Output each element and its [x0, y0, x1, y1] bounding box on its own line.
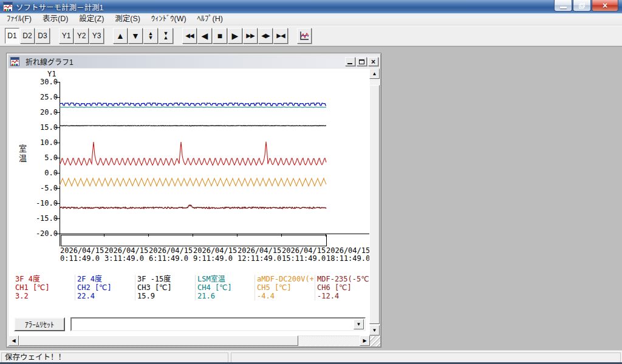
channel-name: 2F 4度 [77, 275, 134, 283]
menu-bar: ﾌｧｲﾙ(F)表示(D)設定(Z)測定(S)ｳｨﾝﾄﾞｳ(W)ﾍﾙﾌﾟ(H) [0, 13, 622, 25]
menu-settings[interactable]: 設定(Z) [73, 13, 109, 25]
alarm-reset-button[interactable]: ｱﾗｰﾑﾘｾｯﾄ [14, 317, 65, 331]
channel-value: 15.9 [137, 292, 194, 300]
x-tick-mark [326, 234, 326, 237]
chevron-down-icon: ▼ [357, 322, 361, 327]
alarm-combobox[interactable]: ▼ [70, 317, 366, 331]
horizontal-scroll-thumb[interactable] [19, 335, 298, 346]
d2-button[interactable]: D2 [20, 28, 35, 44]
y-expand-button[interactable]: ▲▼ [143, 28, 158, 44]
d3-button[interactable]: D3 [35, 28, 50, 44]
graph-settings-button[interactable] [297, 28, 312, 44]
down-arrow-icon: ▼ [372, 328, 377, 333]
right-arrow-icon: ▶ [363, 339, 366, 343]
y-tick-label: 25.0 [29, 93, 58, 101]
toolbar: D1D2D3Y1Y2Y3▲▼▲▼▼▲◀◀◀■▶▶▶◀▶▶◀ [0, 25, 622, 46]
x-tick-time: 0:11:49.0 [60, 255, 104, 263]
d1-button[interactable]: D1 [5, 28, 19, 44]
y-fit-button[interactable]: ▼▲ [159, 28, 173, 44]
resize-grip[interactable] [370, 336, 380, 346]
window-title: ソフトサーモ計測－計測1 [16, 1, 103, 13]
graph-window: 折れ線グラフ1 × Y1 室温 30.025.020.015.010.05.00… [6, 53, 381, 348]
channel-name: MDF-235(-5℃) [317, 275, 370, 283]
y-tick-label: -10.0 [29, 199, 58, 207]
series-line-ch5 [60, 178, 326, 186]
down-arrow-icon: ▼ [131, 32, 140, 40]
maximize-icon [359, 59, 364, 64]
y3-button[interactable]: Y3 [89, 28, 104, 44]
yaxis-group: Y1Y2Y3 [59, 28, 104, 44]
x-tick-label: 2026/04/150:11:49.0 [60, 247, 104, 263]
legend-channel-1: 3F 4度CH1 [℃]3.2 [15, 275, 74, 300]
expand-horizontal-icon: ◀▶ [261, 32, 269, 40]
graph-client-area: Y1 室温 30.025.020.015.010.05.00.0-5.0-10.… [9, 69, 370, 335]
y2-button[interactable]: Y2 [74, 28, 89, 44]
minimize-button[interactable] [554, 0, 572, 12]
graph-minimize-button[interactable] [345, 57, 355, 66]
channel-name: LSM室温 [197, 275, 254, 283]
x-tick-time: 9:11:49.0 [193, 255, 237, 263]
scroll-right-button[interactable]: ▶ [360, 335, 370, 346]
app-icon [3, 2, 13, 12]
menu-help[interactable]: ﾍﾙﾌﾟ(H) [192, 13, 228, 25]
close-button[interactable]: × [592, 0, 618, 12]
pan-up-button[interactable]: ▲ [113, 28, 128, 44]
double-left-arrow-icon: ◀◀ [185, 32, 193, 40]
up-arrow-icon: ▲ [116, 32, 125, 40]
fast-forward-button[interactable]: ▶▶ [243, 28, 258, 44]
y1-button[interactable]: Y1 [59, 28, 73, 44]
x-expand-button[interactable]: ◀▶ [258, 28, 273, 44]
series-line-ch4 [60, 107, 326, 107]
menu-measure[interactable]: 測定(S) [109, 13, 146, 25]
x-tick-mark [148, 234, 149, 237]
title-bar: ソフトサーモ計測－計測1 × [0, 0, 622, 13]
scroll-up-button[interactable]: ▲ [369, 69, 380, 79]
step-right-button[interactable]: ▶ [228, 28, 242, 44]
x-tick-mark [281, 234, 282, 237]
restore-button[interactable] [573, 0, 591, 12]
up-down-arrows-icon: ▼ [148, 36, 154, 40]
y-tick-label: -15.0 [29, 214, 58, 223]
graph-maximize-button[interactable] [357, 57, 367, 66]
restore-icon [579, 3, 585, 8]
channel-value: -4.4 [257, 292, 313, 300]
chart-icon [299, 30, 310, 41]
menu-view[interactable]: 表示(D) [37, 13, 73, 25]
x-tick-time: 12:11:49.0 [238, 255, 281, 263]
scroll-down-button[interactable]: ▼ [369, 325, 380, 335]
combobox-dropdown-button[interactable]: ▼ [354, 319, 364, 329]
x-tick-time: 6:11:49.0 [149, 255, 193, 263]
stop-button[interactable]: ■ [213, 28, 227, 44]
graph-window-icon [10, 57, 19, 66]
vertical-scroll-thumb[interactable] [369, 85, 380, 324]
channel-unit: CH4 [℃] [197, 283, 254, 292]
menu-window[interactable]: ｳｨﾝﾄﾞｳ(W) [146, 13, 192, 25]
series-line-ch2 [60, 103, 326, 106]
scroll-left-button[interactable]: ◀ [9, 335, 19, 346]
x-compress-button[interactable]: ▶◀ [273, 28, 288, 44]
legend-channel-4: LSM室温CH4 [℃]21.6 [195, 275, 254, 300]
x-tick-label: 2026/04/153:11:49.0 [104, 247, 148, 263]
dataset-group: D1D2D3 [5, 28, 50, 44]
x-tick-mark [237, 234, 238, 237]
x-tick-time: 18:11:49.0 [326, 255, 370, 263]
channel-unit: CH5 [℃] [257, 283, 313, 292]
vertical-scrollbar[interactable]: ▲ ▼ [370, 69, 380, 335]
pan-vertical-group: ▲▼▲▼▼▲ [113, 28, 174, 44]
y-tick-label: 30.0 [29, 78, 58, 86]
fast-rewind-button[interactable]: ◀◀ [182, 28, 197, 44]
channel-value: 21.6 [197, 292, 254, 300]
channel-legend: 3F 4度CH1 [℃]3.22F 4度CH2 [℃]22.43F -15度CH… [9, 275, 370, 302]
horizontal-scrollbar[interactable]: ◀ ▶ [9, 336, 370, 346]
pan-down-button[interactable]: ▼ [128, 28, 143, 44]
channel-name: aMDF-DC200V(+7 [257, 275, 313, 283]
graph-close-button[interactable]: × [368, 57, 378, 66]
status-message-panel: 保存ウェイト！！ [1, 352, 228, 363]
graph-window-title-bar[interactable]: 折れ線グラフ1 × [9, 55, 380, 68]
mdi-area: 折れ線グラフ1 × Y1 室温 30.025.020.015.010.05.00… [0, 46, 622, 350]
series-line-ch3 [60, 126, 326, 126]
channel-name: 3F 4度 [15, 275, 74, 283]
x-tick-mark [193, 234, 193, 237]
step-left-button[interactable]: ◀ [197, 28, 212, 44]
menu-file[interactable]: ﾌｧｲﾙ(F) [1, 13, 37, 25]
